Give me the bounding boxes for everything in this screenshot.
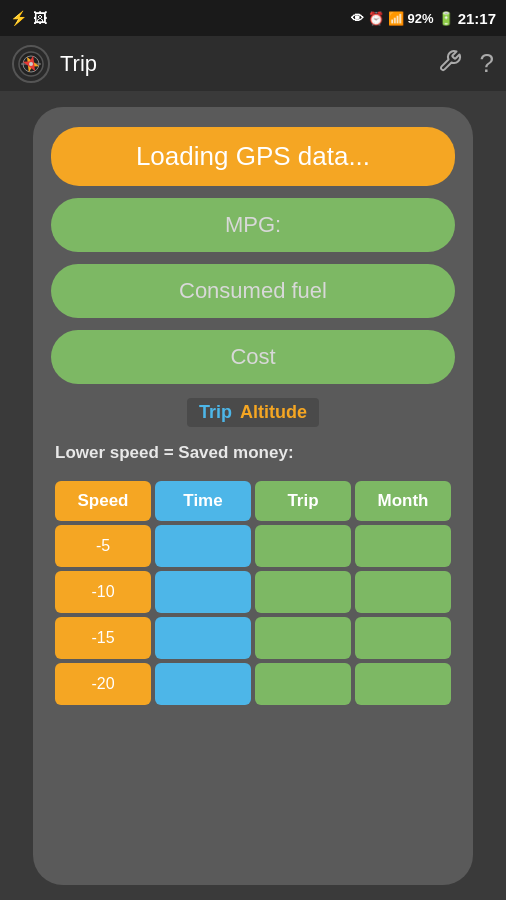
time-cell-3 — [155, 663, 251, 705]
speed-table: Speed Time Trip Month -5 -10 — [51, 477, 455, 709]
tab-altitude[interactable]: Altitude — [240, 402, 307, 423]
tab-row: Trip Altitude — [51, 398, 455, 427]
status-bar: ⚡ 🖼 👁 ⏰ 📶 92% 🔋 21:17 — [0, 0, 506, 36]
usb-icon: ⚡ — [10, 10, 27, 26]
speed-cell-2: -15 — [55, 617, 151, 659]
month-cell-3 — [355, 663, 451, 705]
month-cell-2 — [355, 617, 451, 659]
trip-cell-3 — [255, 663, 351, 705]
battery-percent: 92% — [408, 11, 434, 26]
table-header-row: Speed Time Trip Month — [55, 481, 451, 521]
tab-trip[interactable]: Trip — [199, 402, 232, 423]
time-cell-1 — [155, 571, 251, 613]
card-panel: Loading GPS data... MPG: Consumed fuel C… — [33, 107, 473, 885]
main-content: Loading GPS data... MPG: Consumed fuel C… — [0, 92, 506, 900]
app-header-left: Trip — [12, 45, 97, 83]
app-header: Trip ? — [0, 36, 506, 92]
trip-cell-1 — [255, 571, 351, 613]
app-title: Trip — [60, 51, 97, 77]
app-header-right: ? — [438, 48, 494, 79]
status-right: 👁 ⏰ 📶 92% 🔋 21:17 — [351, 10, 496, 27]
gps-loading-button[interactable]: Loading GPS data... — [51, 127, 455, 186]
col-header-trip: Trip — [255, 481, 351, 521]
svg-point-5 — [29, 62, 33, 66]
table-row: -15 — [55, 617, 451, 659]
table-row: -20 — [55, 663, 451, 705]
trip-cell-0 — [255, 525, 351, 567]
image-icon: 🖼 — [33, 10, 47, 26]
speed-cell-3: -20 — [55, 663, 151, 705]
mpg-button[interactable]: MPG: — [51, 198, 455, 252]
table-row: -5 — [55, 525, 451, 567]
time-cell-0 — [155, 525, 251, 567]
table-row: -10 — [55, 571, 451, 613]
month-cell-1 — [355, 571, 451, 613]
month-cell-0 — [355, 525, 451, 567]
app-icon — [12, 45, 50, 83]
trip-cell-2 — [255, 617, 351, 659]
col-header-month: Month — [355, 481, 451, 521]
col-header-time: Time — [155, 481, 251, 521]
tab-container: Trip Altitude — [187, 398, 319, 427]
signal-icon: 📶 — [388, 11, 404, 26]
consumed-fuel-button[interactable]: Consumed fuel — [51, 264, 455, 318]
status-left: ⚡ 🖼 — [10, 10, 47, 26]
alarm-icon: ⏰ — [368, 11, 384, 26]
col-header-speed: Speed — [55, 481, 151, 521]
time-cell-2 — [155, 617, 251, 659]
lower-speed-label: Lower speed = Saved money: — [51, 441, 455, 465]
time-display: 21:17 — [458, 10, 496, 27]
eye-icon: 👁 — [351, 11, 364, 26]
speed-cell-0: -5 — [55, 525, 151, 567]
speed-cell-1: -10 — [55, 571, 151, 613]
cost-button[interactable]: Cost — [51, 330, 455, 384]
help-icon[interactable]: ? — [480, 48, 494, 79]
battery-icon: 🔋 — [438, 11, 454, 26]
wrench-icon[interactable] — [438, 49, 462, 79]
